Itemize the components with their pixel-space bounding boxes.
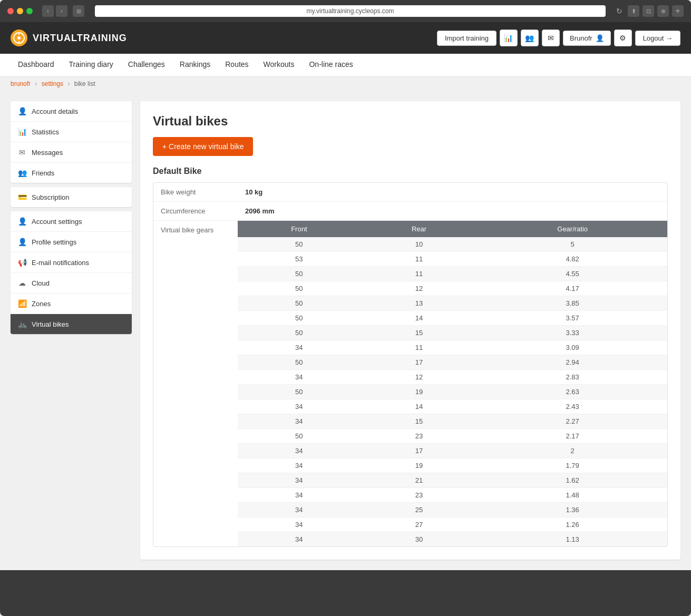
nav-challenges[interactable]: Challenges xyxy=(121,54,172,76)
create-virtual-bike-button[interactable]: + Create new virtual bike xyxy=(153,137,253,156)
profile-icon: 👤 xyxy=(18,238,26,246)
sidebar-group-3: 👤 Account settings 👤 Profile settings 📢 … xyxy=(11,211,132,334)
sidebar-item-email-notifications[interactable]: 📢 E-mail notifications xyxy=(11,252,132,273)
top-actions: Import training 📊 👥 ✉ Brunofr 👤 ⚙ Logou xyxy=(437,30,680,46)
table-cell: 50 xyxy=(238,385,361,399)
table-row: 50124.17 xyxy=(238,281,667,296)
minimize-dot[interactable] xyxy=(17,8,23,14)
table-cell: 1.13 xyxy=(478,532,667,547)
table-cell: 11 xyxy=(361,340,478,355)
sidebar-item-profile-settings[interactable]: 👤 Profile settings xyxy=(11,232,132,252)
table-cell: 23 xyxy=(361,488,478,503)
envelope-icon: ✉ xyxy=(548,34,554,42)
person-icon: 👤 xyxy=(18,107,26,115)
sidebar-label-cloud: Cloud xyxy=(32,279,50,287)
nav-routes[interactable]: Routes xyxy=(218,54,256,76)
sidebar-item-virtual-bikes[interactable]: 🚲 Virtual bikes xyxy=(11,314,132,334)
sidebar-item-cloud[interactable]: ☁ Cloud xyxy=(11,273,132,294)
table-cell: 10 xyxy=(361,237,478,252)
nav-workouts[interactable]: Workouts xyxy=(256,54,302,76)
table-row: 34142.43 xyxy=(238,399,667,414)
table-cell: 50 xyxy=(238,326,361,340)
statistics-icon: 📊 xyxy=(18,128,26,136)
breadcrumb-brunofr[interactable]: brunofr xyxy=(11,80,31,87)
table-cell: 11 xyxy=(361,267,478,281)
username-label: Brunofr xyxy=(570,34,592,42)
table-row: 34301.13 xyxy=(238,532,667,547)
circumference-label: Circumference xyxy=(161,207,245,215)
nav-online-races[interactable]: On-line races xyxy=(301,54,360,76)
sidebar-label-virtual-bikes: Virtual bikes xyxy=(32,320,69,328)
forward-button[interactable]: › xyxy=(56,5,67,17)
breadcrumb-sep-2: › xyxy=(67,80,70,87)
breadcrumb-settings[interactable]: settings xyxy=(42,80,63,87)
table-cell: 50 xyxy=(238,267,361,281)
col-rear: Rear xyxy=(361,221,478,237)
sidebar-item-account-details[interactable]: 👤 Account details xyxy=(11,101,132,122)
table-cell: 50 xyxy=(238,311,361,326)
refresh-button[interactable]: ↻ xyxy=(616,7,622,15)
close-dot[interactable] xyxy=(7,8,14,14)
zones-icon: 📶 xyxy=(18,299,26,308)
window-icon-button[interactable]: ⊞ xyxy=(73,5,84,17)
table-cell: 53 xyxy=(238,252,361,267)
share-button[interactable]: ⬆ xyxy=(628,5,639,17)
table-cell: 3.57 xyxy=(478,311,667,326)
table-cell: 34 xyxy=(238,370,361,385)
table-cell: 34 xyxy=(238,444,361,458)
new-tab-button[interactable]: + xyxy=(672,5,684,17)
user-menu-button[interactable]: Brunofr 👤 xyxy=(563,31,611,46)
table-cell: 50 xyxy=(238,355,361,370)
table-cell: 34 xyxy=(238,488,361,503)
table-cell: 4.55 xyxy=(478,267,667,281)
stats-icon-button[interactable]: 📊 xyxy=(500,30,518,46)
table-cell: 2.43 xyxy=(478,399,667,414)
bike-weight-value: 10 kg xyxy=(245,188,262,196)
sidebar-item-account-settings[interactable]: 👤 Account settings xyxy=(11,211,132,232)
table-cell: 27 xyxy=(361,517,478,532)
messages-icon-button[interactable]: ✉ xyxy=(542,30,560,46)
table-cell: 11 xyxy=(361,252,478,267)
nav-dashboard[interactable]: Dashboard xyxy=(11,54,62,76)
table-row: 34211.62 xyxy=(238,473,667,488)
table-row: 34271.26 xyxy=(238,517,667,532)
browser-dots xyxy=(7,8,33,14)
sidebar-label-account-details: Account details xyxy=(32,107,78,115)
sidebar-item-subscription[interactable]: 💳 Subscription xyxy=(11,187,132,207)
import-training-button[interactable]: Import training xyxy=(437,31,497,46)
table-cell: 19 xyxy=(361,385,478,399)
table-cell: 25 xyxy=(361,503,478,517)
sidebar-item-messages[interactable]: ✉ Messages xyxy=(11,142,132,163)
sidebar-item-friends[interactable]: 👥 Friends xyxy=(11,163,132,183)
reading-list-button[interactable]: ⊡ xyxy=(643,5,654,17)
back-button[interactable]: ‹ xyxy=(42,5,54,17)
table-row: 34231.48 xyxy=(238,488,667,503)
nav-rankings[interactable]: Rankings xyxy=(172,54,218,76)
sidebar-label-email-notifications: E-mail notifications xyxy=(32,259,89,267)
table-row: 50232.17 xyxy=(238,429,667,444)
logo-area: VIRTUALTRAINING xyxy=(11,30,127,46)
logout-button[interactable]: Logout → xyxy=(635,31,680,46)
extensions-button[interactable]: ⊕ xyxy=(657,5,669,17)
table-cell: 13 xyxy=(361,296,478,311)
friends-icon: 👥 xyxy=(18,169,26,177)
subscription-icon: 💳 xyxy=(18,193,26,201)
sidebar-label-subscription: Subscription xyxy=(32,193,70,201)
sidebar-item-zones[interactable]: 📶 Zones xyxy=(11,294,132,314)
bike-weight-row: Bike weight 10 kg xyxy=(153,183,667,202)
table-cell: 1.62 xyxy=(478,473,667,488)
users-icon-button[interactable]: 👥 xyxy=(521,30,539,46)
col-front: Front xyxy=(238,221,361,237)
table-cell: 2 xyxy=(478,444,667,458)
url-bar[interactable]: my.virtualtraining.cycleops.com xyxy=(95,5,606,17)
user-icon: 👤 xyxy=(596,34,604,42)
maximize-dot[interactable] xyxy=(26,8,33,14)
svg-point-2 xyxy=(17,36,21,40)
nav-training-diary[interactable]: Training diary xyxy=(62,54,121,76)
sidebar-item-statistics[interactable]: 📊 Statistics xyxy=(11,122,132,142)
breadcrumb: brunofr › settings › bike list xyxy=(0,77,691,91)
settings-icon-button[interactable]: ⚙ xyxy=(614,30,632,46)
table-cell: 17 xyxy=(361,444,478,458)
table-cell: 1.26 xyxy=(478,517,667,532)
sidebar-label-account-settings: Account settings xyxy=(32,218,82,226)
